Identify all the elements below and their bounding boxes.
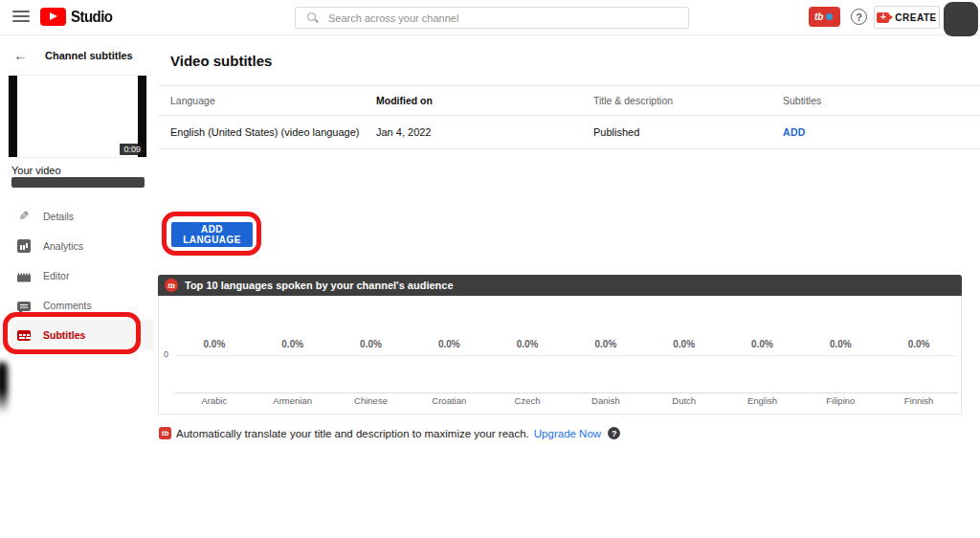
- sidebar-item-details[interactable]: ✎ Details: [0, 201, 153, 231]
- search-input[interactable]: [328, 12, 688, 24]
- bar-value-label: 0.0%: [801, 339, 880, 349]
- help-icon[interactable]: ?: [851, 9, 867, 25]
- search-bar[interactable]: [295, 7, 689, 29]
- cell-title-description: Published: [593, 126, 783, 138]
- chart-title: Top 10 languages spoken by your channel'…: [185, 280, 454, 291]
- cell-modified-on: Jan 4, 2022: [376, 126, 593, 138]
- bar-value-label: 0.0%: [567, 339, 645, 349]
- studio-wordmark: Studio: [71, 9, 112, 26]
- hamburger-menu-icon[interactable]: [12, 11, 30, 24]
- sidebar-item-analytics[interactable]: Analytics: [0, 231, 153, 260]
- chart-header: tb Top 10 languages spoken by your chann…: [158, 275, 962, 296]
- pencil-icon: ✎: [17, 210, 31, 223]
- column-header-title-description[interactable]: Title & description: [593, 95, 783, 106]
- video-title-redacted: [11, 177, 145, 188]
- x-tick-label: Filipino: [801, 395, 880, 406]
- page-title: Video subtitles: [170, 53, 272, 69]
- chart-column-croatian: 0.0%Croatian: [410, 296, 488, 414]
- chart-column-czech: 0.0%Czech: [488, 296, 567, 414]
- cell-language: English (United States) (video language): [170, 126, 376, 138]
- sidebar-menu: ✎ Details Analytics Editor Comments Subt…: [0, 201, 153, 349]
- back-arrow-icon[interactable]: ←: [13, 48, 28, 62]
- bar-value-label: 0.0%: [410, 339, 488, 349]
- x-tick-label: Dutch: [645, 395, 724, 406]
- notification-dot: [826, 13, 833, 20]
- chart-column-english: 0.0%English: [724, 296, 802, 414]
- x-tick-label: English: [724, 395, 802, 406]
- video-thumbnail[interactable]: 0:09: [9, 76, 146, 157]
- bar-value-label: 0.0%: [645, 339, 724, 349]
- chart-column-armenian: 0.0%Armenian: [254, 296, 332, 414]
- chart-column-dutch: 0.0%Dutch: [645, 296, 724, 414]
- chart-column-arabic: 0.0%Arabic: [175, 296, 254, 414]
- tubebuddy-icon: tb: [159, 427, 171, 439]
- tubebuddy-upsell-note: tb Automatically translate your title an…: [159, 427, 620, 439]
- youtube-studio-logo[interactable]: Studio: [40, 8, 115, 26]
- search-icon: [307, 12, 319, 24]
- tubebuddy-icon: tb: [165, 279, 178, 292]
- add-language-button[interactable]: ADD LANGUAGE: [171, 222, 253, 247]
- sidebar-item-subtitles[interactable]: Subtitles: [0, 320, 153, 349]
- subtitles-icon: [17, 330, 31, 341]
- sidebar: ← Channel subtitles 0:09 Your video ✎ De…: [0, 35, 153, 538]
- x-tick-label: Croatian: [410, 395, 488, 406]
- help-filled-icon[interactable]: ?: [608, 427, 620, 439]
- create-button[interactable]: CREATE: [874, 6, 940, 29]
- bar-value-label: 0.0%: [488, 339, 567, 349]
- comments-icon: [17, 302, 31, 311]
- y-axis-tick: 0: [164, 349, 168, 359]
- video-duration-badge: 0:09: [120, 144, 145, 155]
- chart-column-danish: 0.0%Danish: [567, 296, 645, 414]
- bar-chart-icon: [17, 239, 31, 253]
- column-header-subtitles[interactable]: Subtitles: [783, 95, 980, 106]
- audience-languages-chart: tb Top 10 languages spoken by your chann…: [158, 275, 962, 415]
- upsell-text: Automatically translate your title and d…: [176, 428, 529, 439]
- bar-value-label: 0.0%: [880, 339, 958, 349]
- table-header-row: Language Modified on Title & description…: [158, 85, 980, 116]
- pillarbox-bar: [9, 76, 17, 157]
- x-tick-label: Arabic: [175, 395, 254, 406]
- create-video-icon: [877, 12, 889, 23]
- tubebuddy-extension-badge[interactable]: tb: [809, 7, 840, 27]
- dark-smudge-artifact: [0, 362, 8, 414]
- subtitles-table: Language Modified on Title & description…: [158, 85, 980, 149]
- upgrade-now-link[interactable]: Upgrade Now: [534, 428, 601, 439]
- chart-columns: 0.0%Arabic0.0%Armenian0.0%Chinese0.0%Cro…: [175, 296, 958, 414]
- account-avatar[interactable]: [944, 2, 978, 36]
- x-tick-label: Finnish: [880, 395, 958, 406]
- bar-value-label: 0.0%: [254, 339, 332, 349]
- x-tick-label: Czech: [488, 395, 567, 406]
- table-row[interactable]: English (United States) (video language)…: [158, 116, 980, 149]
- bar-value-label: 0.0%: [175, 339, 254, 349]
- bar-value-label: 0.0%: [724, 339, 802, 349]
- x-tick-label: Danish: [567, 395, 645, 406]
- your-video-label: Your video: [11, 165, 61, 176]
- youtube-play-icon: [40, 8, 66, 26]
- top-bar: Studio tb ? CREATE: [0, 0, 980, 35]
- add-subtitles-link[interactable]: ADD: [783, 126, 980, 138]
- column-header-modified-on[interactable]: Modified on: [376, 95, 593, 106]
- chart-plot-area: 0 0.0%Arabic0.0%Armenian0.0%Chinese0.0%C…: [158, 296, 962, 415]
- sidebar-title: Channel subtitles: [45, 50, 133, 61]
- tubebuddy-logo: tb: [814, 11, 823, 22]
- sidebar-item-comments[interactable]: Comments: [0, 290, 153, 320]
- column-header-language[interactable]: Language: [170, 95, 376, 106]
- bar-value-label: 0.0%: [332, 339, 411, 349]
- sidebar-header: ← Channel subtitles: [0, 48, 133, 62]
- chart-column-chinese: 0.0%Chinese: [332, 296, 411, 414]
- x-tick-label: Chinese: [332, 395, 411, 406]
- sidebar-item-editor[interactable]: Editor: [0, 260, 153, 290]
- chart-column-finnish: 0.0%Finnish: [880, 296, 958, 414]
- youtube-studio-window: Studio tb ? CREATE ← Channel subtitles 0…: [0, 0, 980, 538]
- chart-column-filipino: 0.0%Filipino: [801, 296, 880, 414]
- x-tick-label: Armenian: [254, 395, 332, 406]
- editor-icon: [17, 273, 31, 282]
